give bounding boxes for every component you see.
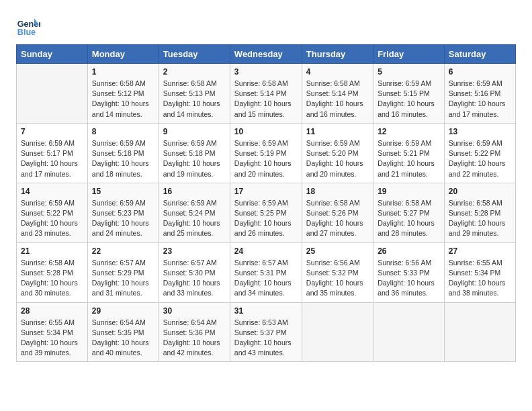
- day-info: Sunrise: 6:55 AM Sunset: 5:34 PM Dayligh…: [21, 318, 83, 359]
- calendar-cell: 30Sunrise: 6:54 AM Sunset: 5:36 PM Dayli…: [159, 302, 230, 362]
- day-info: Sunrise: 6:57 AM Sunset: 5:30 PM Dayligh…: [163, 258, 226, 299]
- day-number: 30: [163, 306, 226, 316]
- day-info: Sunrise: 6:59 AM Sunset: 5:16 PM Dayligh…: [449, 79, 511, 120]
- logo-icon: General Blue: [16, 13, 40, 38]
- calendar-cell: 28Sunrise: 6:55 AM Sunset: 5:34 PM Dayli…: [17, 302, 88, 362]
- day-number: 16: [163, 187, 226, 196]
- day-number: 7: [21, 127, 83, 136]
- day-number: 5: [378, 67, 440, 77]
- calendar-cell: 2Sunrise: 6:58 AM Sunset: 5:13 PM Daylig…: [159, 64, 230, 124]
- day-number: 28: [21, 306, 83, 316]
- day-number: 11: [306, 127, 369, 136]
- calendar-cell: 26Sunrise: 6:56 AM Sunset: 5:33 PM Dayli…: [373, 242, 445, 302]
- calendar-cell: 11Sunrise: 6:59 AM Sunset: 5:20 PM Dayli…: [302, 123, 373, 183]
- weekday-header-saturday: Saturday: [444, 45, 515, 64]
- day-number: 19: [378, 187, 440, 196]
- weekday-header-tuesday: Tuesday: [159, 45, 230, 64]
- calendar-cell: [373, 302, 445, 362]
- weekday-header-row: SundayMondayTuesdayWednesdayThursdayFrid…: [17, 45, 516, 64]
- weekday-header-monday: Monday: [87, 45, 159, 64]
- day-number: 21: [21, 246, 83, 256]
- calendar-cell: 6Sunrise: 6:59 AM Sunset: 5:16 PM Daylig…: [444, 64, 515, 124]
- calendar-cell: 8Sunrise: 6:59 AM Sunset: 5:18 PM Daylig…: [87, 123, 159, 183]
- calendar-cell: 10Sunrise: 6:59 AM Sunset: 5:19 PM Dayli…: [230, 123, 302, 183]
- weekday-header-thursday: Thursday: [302, 45, 373, 64]
- calendar-table: SundayMondayTuesdayWednesdayThursdayFrid…: [16, 44, 516, 362]
- day-info: Sunrise: 6:53 AM Sunset: 5:37 PM Dayligh…: [234, 318, 298, 359]
- calendar-cell: 18Sunrise: 6:58 AM Sunset: 5:26 PM Dayli…: [302, 183, 373, 242]
- calendar-cell: 9Sunrise: 6:59 AM Sunset: 5:18 PM Daylig…: [159, 123, 230, 183]
- calendar-week-row: 21Sunrise: 6:58 AM Sunset: 5:28 PM Dayli…: [17, 242, 516, 302]
- calendar-header: SundayMondayTuesdayWednesdayThursdayFrid…: [17, 45, 516, 64]
- day-number: 22: [92, 246, 154, 256]
- day-info: Sunrise: 6:59 AM Sunset: 5:22 PM Dayligh…: [449, 138, 511, 179]
- day-number: 29: [92, 306, 154, 316]
- day-info: Sunrise: 6:58 AM Sunset: 5:13 PM Dayligh…: [163, 79, 226, 120]
- day-info: Sunrise: 6:58 AM Sunset: 5:14 PM Dayligh…: [306, 79, 369, 120]
- day-info: Sunrise: 6:59 AM Sunset: 5:19 PM Dayligh…: [234, 138, 298, 179]
- calendar-cell: 25Sunrise: 6:56 AM Sunset: 5:32 PM Dayli…: [302, 242, 373, 302]
- day-info: Sunrise: 6:59 AM Sunset: 5:18 PM Dayligh…: [92, 138, 154, 179]
- day-number: 6: [449, 67, 511, 77]
- day-info: Sunrise: 6:58 AM Sunset: 5:12 PM Dayligh…: [92, 79, 154, 120]
- day-number: 18: [306, 187, 369, 196]
- calendar-cell: 7Sunrise: 6:59 AM Sunset: 5:17 PM Daylig…: [17, 123, 88, 183]
- day-info: Sunrise: 6:59 AM Sunset: 5:24 PM Dayligh…: [163, 198, 226, 239]
- day-info: Sunrise: 6:59 AM Sunset: 5:23 PM Dayligh…: [92, 198, 154, 239]
- calendar-cell: [17, 64, 88, 124]
- calendar-cell: 23Sunrise: 6:57 AM Sunset: 5:30 PM Dayli…: [159, 242, 230, 302]
- day-number: 9: [163, 127, 226, 136]
- calendar-cell: 21Sunrise: 6:58 AM Sunset: 5:28 PM Dayli…: [17, 242, 88, 302]
- calendar-cell: [444, 302, 515, 362]
- calendar-cell: 3Sunrise: 6:58 AM Sunset: 5:14 PM Daylig…: [230, 64, 302, 124]
- day-number: 31: [234, 306, 298, 316]
- day-info: Sunrise: 6:57 AM Sunset: 5:29 PM Dayligh…: [92, 258, 154, 299]
- day-info: Sunrise: 6:54 AM Sunset: 5:35 PM Dayligh…: [92, 318, 154, 359]
- day-number: 27: [449, 246, 511, 256]
- calendar-cell: 20Sunrise: 6:58 AM Sunset: 5:28 PM Dayli…: [444, 183, 515, 242]
- day-number: 14: [21, 187, 83, 196]
- day-number: 26: [378, 246, 440, 256]
- calendar-cell: 19Sunrise: 6:58 AM Sunset: 5:27 PM Dayli…: [373, 183, 445, 242]
- page-header: General Blue: [16, 13, 516, 38]
- day-info: Sunrise: 6:59 AM Sunset: 5:25 PM Dayligh…: [234, 198, 298, 239]
- day-info: Sunrise: 6:54 AM Sunset: 5:36 PM Dayligh…: [163, 318, 226, 359]
- day-number: 20: [449, 187, 511, 196]
- calendar-cell: 29Sunrise: 6:54 AM Sunset: 5:35 PM Dayli…: [87, 302, 159, 362]
- weekday-header-wednesday: Wednesday: [230, 45, 302, 64]
- calendar-cell: 14Sunrise: 6:59 AM Sunset: 5:22 PM Dayli…: [17, 183, 88, 242]
- day-info: Sunrise: 6:57 AM Sunset: 5:31 PM Dayligh…: [234, 258, 298, 299]
- calendar-cell: 24Sunrise: 6:57 AM Sunset: 5:31 PM Dayli…: [230, 242, 302, 302]
- calendar-week-row: 14Sunrise: 6:59 AM Sunset: 5:22 PM Dayli…: [17, 183, 516, 242]
- day-number: 24: [234, 246, 298, 256]
- day-number: 3: [234, 67, 298, 77]
- calendar-cell: 13Sunrise: 6:59 AM Sunset: 5:22 PM Dayli…: [444, 123, 515, 183]
- day-number: 17: [234, 187, 298, 196]
- day-number: 12: [378, 127, 440, 136]
- calendar-cell: [302, 302, 373, 362]
- calendar-cell: 12Sunrise: 6:59 AM Sunset: 5:21 PM Dayli…: [373, 123, 445, 183]
- day-info: Sunrise: 6:58 AM Sunset: 5:28 PM Dayligh…: [449, 198, 511, 239]
- day-info: Sunrise: 6:59 AM Sunset: 5:20 PM Dayligh…: [306, 138, 369, 179]
- day-number: 1: [92, 67, 154, 77]
- day-number: 10: [234, 127, 298, 136]
- day-info: Sunrise: 6:59 AM Sunset: 5:15 PM Dayligh…: [378, 79, 440, 120]
- calendar-body: 1Sunrise: 6:58 AM Sunset: 5:12 PM Daylig…: [17, 64, 516, 362]
- calendar-cell: 5Sunrise: 6:59 AM Sunset: 5:15 PM Daylig…: [373, 64, 445, 124]
- day-info: Sunrise: 6:59 AM Sunset: 5:22 PM Dayligh…: [21, 198, 83, 239]
- day-info: Sunrise: 6:56 AM Sunset: 5:32 PM Dayligh…: [306, 258, 369, 299]
- calendar-cell: 27Sunrise: 6:55 AM Sunset: 5:34 PM Dayli…: [444, 242, 515, 302]
- day-number: 4: [306, 67, 369, 77]
- calendar-cell: 31Sunrise: 6:53 AM Sunset: 5:37 PM Dayli…: [230, 302, 302, 362]
- day-number: 25: [306, 246, 369, 256]
- day-info: Sunrise: 6:58 AM Sunset: 5:26 PM Dayligh…: [306, 198, 369, 239]
- calendar-cell: 15Sunrise: 6:59 AM Sunset: 5:23 PM Dayli…: [87, 183, 159, 242]
- day-info: Sunrise: 6:58 AM Sunset: 5:27 PM Dayligh…: [378, 198, 440, 239]
- day-info: Sunrise: 6:59 AM Sunset: 5:18 PM Dayligh…: [163, 138, 226, 179]
- weekday-header-friday: Friday: [373, 45, 445, 64]
- calendar-cell: 17Sunrise: 6:59 AM Sunset: 5:25 PM Dayli…: [230, 183, 302, 242]
- day-number: 15: [92, 187, 154, 196]
- calendar-week-row: 1Sunrise: 6:58 AM Sunset: 5:12 PM Daylig…: [17, 64, 516, 124]
- calendar-week-row: 28Sunrise: 6:55 AM Sunset: 5:34 PM Dayli…: [17, 302, 516, 362]
- calendar-week-row: 7Sunrise: 6:59 AM Sunset: 5:17 PM Daylig…: [17, 123, 516, 183]
